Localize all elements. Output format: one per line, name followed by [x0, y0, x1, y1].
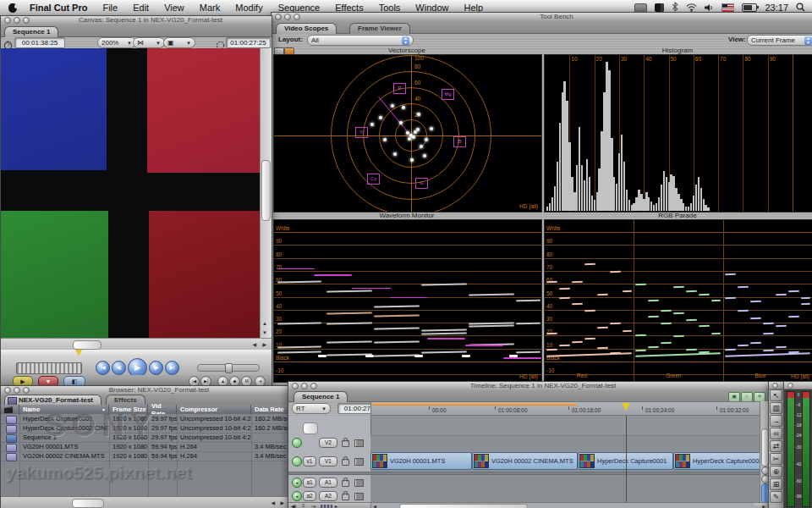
rt-popup[interactable]: RT▼ [292, 403, 331, 414]
menu-item-mark[interactable]: Mark [192, 0, 228, 15]
timeline-clip[interactable]: HyperDeck Capture0002 CINEMA [673, 452, 760, 470]
track-content-icon[interactable] [354, 458, 364, 466]
hscroll-thumb[interactable] [73, 340, 102, 350]
track-enable-v2[interactable] [292, 438, 302, 448]
timeline-ruler[interactable]: 00:0001:00:08:0001:00:16:0001:00:24:0001… [370, 401, 760, 416]
timeline-clip[interactable]: VG20H 00001.MTS [370, 452, 472, 470]
source-patch-a1[interactable]: a1 [303, 478, 316, 488]
window-minimize-button[interactable] [14, 387, 20, 394]
shuttle-thumb[interactable] [225, 363, 233, 373]
spaces-status-icon[interactable] [655, 3, 664, 12]
scroll-right-arrow[interactable]: ▶ [762, 504, 765, 508]
window-minimize-button[interactable] [14, 17, 20, 24]
tool-zoom[interactable]: ⊕ [770, 466, 782, 478]
window-close-button[interactable] [4, 387, 11, 394]
tool-select-forward[interactable]: → [770, 415, 782, 427]
clip-keyframes-icon[interactable]: ↝ [311, 503, 315, 508]
tool-edit-selection[interactable]: ▥ [770, 402, 782, 414]
overlay-options-popup[interactable]: ▣▼ [163, 37, 195, 48]
media-type-column-icon[interactable] [1, 405, 19, 414]
track-content-icon[interactable] [354, 479, 364, 487]
column-header-compressor[interactable]: Compressor [177, 405, 251, 414]
go-to-end-button[interactable]: ▶| [165, 361, 179, 375]
window-close-button[interactable] [787, 383, 793, 389]
window-close-button[interactable] [292, 383, 299, 389]
duration-timecode-field[interactable]: 00:01:38:25 [14, 37, 65, 48]
layout-popup[interactable]: All▲▼ [307, 35, 414, 46]
track-lock-icon[interactable] [342, 480, 349, 487]
battery-icon[interactable] [742, 3, 757, 12]
tool-slip[interactable]: ⇄ [770, 440, 782, 452]
track-lock-icon[interactable] [342, 459, 349, 466]
menu-item-file[interactable]: File [95, 0, 125, 15]
timeline-playhead-line[interactable] [626, 416, 627, 502]
zoom-arrow[interactable]: ▸ [335, 503, 337, 508]
destination-a2[interactable]: A2 [319, 491, 337, 501]
track-enable-a2[interactable]: ◂ [292, 491, 302, 501]
track-lock-icon[interactable] [342, 494, 349, 500]
timeline-hscroll-thumb[interactable] [399, 504, 528, 508]
zoom-popup[interactable]: 200%▼ [97, 37, 136, 48]
scroll-left-arrow[interactable]: ◀ [252, 341, 256, 347]
window-minimize-button[interactable] [301, 383, 308, 389]
shuttle-control[interactable] [197, 364, 260, 372]
current-timecode-field[interactable]: 01:00:27:25 [226, 37, 271, 48]
jog-control[interactable] [16, 362, 82, 374]
tool-razor[interactable]: ✂ [770, 453, 782, 465]
source-patch-v1[interactable]: v1 [303, 456, 316, 467]
timeline-hscrollbar[interactable]: ◀ [370, 503, 754, 508]
display-status-icon[interactable] [634, 3, 647, 13]
window-zoom-button[interactable] [310, 383, 317, 389]
view-options-popup[interactable]: ⋈▼ [133, 37, 165, 48]
track-height-icon[interactable]: ≡ [302, 503, 305, 508]
zoom-slider[interactable] [321, 505, 332, 508]
window-zoom-button[interactable] [23, 17, 30, 24]
menu-item-edit[interactable]: Edit [125, 0, 156, 15]
timeline-clip[interactable]: VG20H 00002 CINEMA.MTS [472, 452, 578, 470]
source-patch-slot[interactable] [303, 422, 318, 434]
menu-item-final-cut-pro[interactable]: Final Cut Pro [22, 0, 95, 15]
go-to-start-button[interactable]: |◀ [96, 361, 110, 375]
apple-menu-icon[interactable] [8, 3, 17, 13]
tool-selection[interactable]: ↖ [770, 389, 782, 401]
canvas-playhead[interactable] [75, 350, 82, 356]
track-content-icon[interactable] [354, 439, 364, 447]
source-patch-a2[interactable]: a2 [303, 491, 316, 501]
timeline-playhead-marker[interactable] [622, 403, 630, 411]
canvas-vscrollbar[interactable]: ▲ ▼ [260, 48, 272, 338]
window-close-button[interactable] [4, 17, 11, 24]
step-back-button[interactable]: ◀| [112, 361, 126, 375]
scroll-down-arrow[interactable]: ▼ [262, 330, 267, 335]
menu-item-view[interactable]: View [156, 0, 192, 15]
scroll-right-arrow[interactable]: ▶ [262, 341, 266, 347]
table-row[interactable]: VG20H 00002 CINEMA.MTS1920 x 108059.94 f… [1, 451, 288, 461]
step-forward-button[interactable]: |▶ [149, 361, 163, 375]
window-close-button[interactable] [772, 383, 778, 389]
column-header-data-rate[interactable]: Data Rate [251, 405, 288, 414]
window-close-button[interactable] [275, 14, 282, 20]
track-enable-v1[interactable] [292, 456, 302, 467]
browser-hscrollbar[interactable]: ◀ ▶ [1, 496, 288, 508]
destination-v2[interactable]: V2 [319, 438, 337, 448]
audio-mute-icon[interactable]: ◀) [291, 503, 297, 508]
tool-crop[interactable]: ⊞ [770, 478, 782, 490]
track-lock-icon[interactable] [342, 440, 349, 447]
window-zoom-button[interactable] [294, 14, 300, 20]
tool-pen[interactable]: ✎ [770, 491, 782, 503]
track-content-icon[interactable] [354, 493, 364, 500]
destination-v1[interactable]: V1 [319, 456, 337, 467]
tool-roll[interactable]: ∞ [770, 428, 782, 439]
destination-a1[interactable]: A1 [319, 478, 337, 488]
view-popup[interactable]: Current Frame▲▼ [747, 35, 812, 46]
browser-hscroll-thumb[interactable] [72, 499, 104, 508]
input-language-flag-icon[interactable] [721, 3, 734, 13]
menu-item-modify[interactable]: Modify [228, 0, 270, 15]
scroll-left-arrow[interactable]: ◀ [271, 500, 275, 505]
window-minimize-button[interactable] [284, 14, 291, 20]
vscroll-thumb[interactable] [261, 160, 271, 221]
scroll-up-arrow[interactable]: ▲ [262, 321, 267, 326]
scroll-right-arrow[interactable]: ▶ [280, 500, 284, 505]
scroll-left-arrow[interactable]: ◀ [373, 504, 376, 508]
track-enable-a1[interactable]: ◂ [292, 478, 302, 488]
window-zoom-button[interactable] [23, 387, 30, 394]
